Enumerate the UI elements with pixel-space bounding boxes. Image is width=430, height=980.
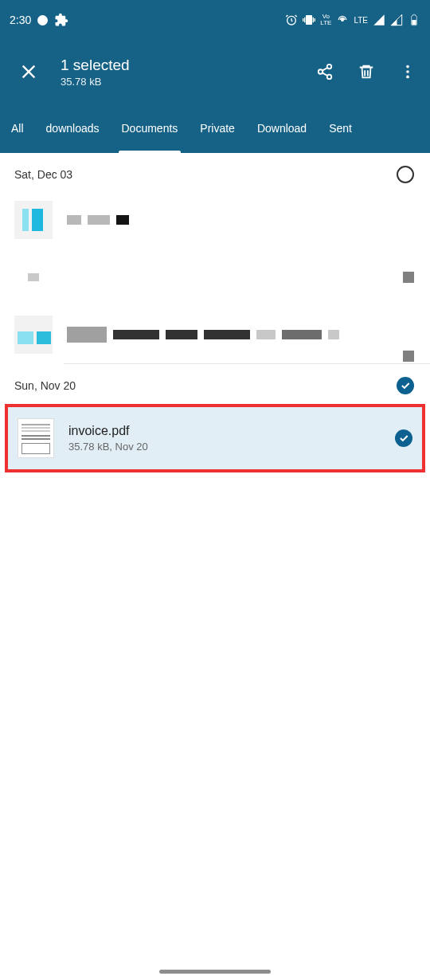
selection-subtitle: 35.78 kB xyxy=(61,76,315,88)
section-checkbox-checked[interactable] xyxy=(397,377,414,394)
section-date: Sat, Dec 03 xyxy=(14,168,72,181)
svg-point-7 xyxy=(406,70,409,73)
share-button[interactable] xyxy=(315,62,334,81)
status-notification-dot xyxy=(37,15,48,25)
svg-rect-2 xyxy=(412,20,416,25)
tab-download[interactable]: Download xyxy=(246,104,318,153)
close-button[interactable] xyxy=(13,56,45,88)
svg-point-5 xyxy=(327,75,332,80)
svg-point-4 xyxy=(319,69,323,74)
file-meta: 35.78 kB, Nov 20 xyxy=(68,441,381,453)
tab-documents[interactable]: Documents xyxy=(111,104,190,153)
signal-icon-2 xyxy=(390,14,403,26)
app-bar: 1 selected 35.78 kB xyxy=(0,40,430,104)
selection-title: 1 selected xyxy=(61,57,315,74)
section-header-1[interactable]: Sat, Dec 03 xyxy=(0,153,430,191)
list-item[interactable] xyxy=(0,191,430,249)
more-vert-icon xyxy=(399,63,416,80)
delete-button[interactable] xyxy=(357,62,376,81)
item-indicator xyxy=(403,351,414,362)
tab-all[interactable]: All xyxy=(0,104,35,153)
file-thumbnail xyxy=(14,316,53,354)
svg-point-1 xyxy=(342,19,344,22)
home-indicator[interactable] xyxy=(159,970,271,974)
section-checkbox-unchecked[interactable] xyxy=(397,166,414,183)
file-name: invoice.pdf xyxy=(68,424,381,438)
alarm-icon xyxy=(285,14,298,26)
section-header-2[interactable]: Sun, Nov 20 xyxy=(0,364,430,402)
file-thumbnail xyxy=(14,201,53,239)
lte-indicator: LTE xyxy=(354,16,368,25)
tab-label: Private xyxy=(200,122,235,135)
tabs-bar: All downloads Documents Private Download… xyxy=(0,104,430,153)
section-date: Sun, Nov 20 xyxy=(14,379,76,392)
selected-item-highlight: invoice.pdf 35.78 kB, Nov 20 xyxy=(5,404,425,472)
share-icon xyxy=(316,63,334,80)
svg-point-6 xyxy=(406,65,409,69)
close-icon xyxy=(20,63,37,80)
check-icon xyxy=(398,433,409,444)
tab-label: Documents xyxy=(122,122,178,135)
tab-label: downloads xyxy=(46,122,100,135)
svg-point-3 xyxy=(327,65,332,69)
redacted-content xyxy=(67,327,416,343)
check-icon xyxy=(400,380,411,391)
more-button[interactable] xyxy=(398,62,417,81)
item-checkbox-checked[interactable] xyxy=(395,429,412,447)
svg-point-8 xyxy=(406,76,409,79)
file-thumbnail xyxy=(14,258,53,296)
item-indicator xyxy=(403,272,414,283)
list-item[interactable] xyxy=(0,306,430,363)
hotspot-icon xyxy=(336,14,349,26)
tab-label: Download xyxy=(257,122,307,135)
extension-icon xyxy=(54,13,68,27)
signal-icon xyxy=(373,14,385,26)
volte-indicator: VoLTE xyxy=(320,14,331,26)
tab-label: All xyxy=(11,122,24,135)
tab-private[interactable]: Private xyxy=(189,104,246,153)
status-bar: 2:30 VoLTE LTE xyxy=(0,0,430,40)
pdf-thumbnail xyxy=(18,418,54,458)
redacted-content xyxy=(67,215,416,225)
list-item[interactable] xyxy=(0,249,430,306)
trash-icon xyxy=(358,62,375,81)
vibrate-icon xyxy=(303,14,315,26)
battery-icon xyxy=(408,14,420,26)
status-time: 2:30 xyxy=(10,14,31,26)
tab-sent[interactable]: Sent xyxy=(318,104,363,153)
tab-label: Sent xyxy=(329,122,352,135)
tab-downloads[interactable]: downloads xyxy=(35,104,111,153)
list-item-selected[interactable]: invoice.pdf 35.78 kB, Nov 20 xyxy=(8,407,422,469)
